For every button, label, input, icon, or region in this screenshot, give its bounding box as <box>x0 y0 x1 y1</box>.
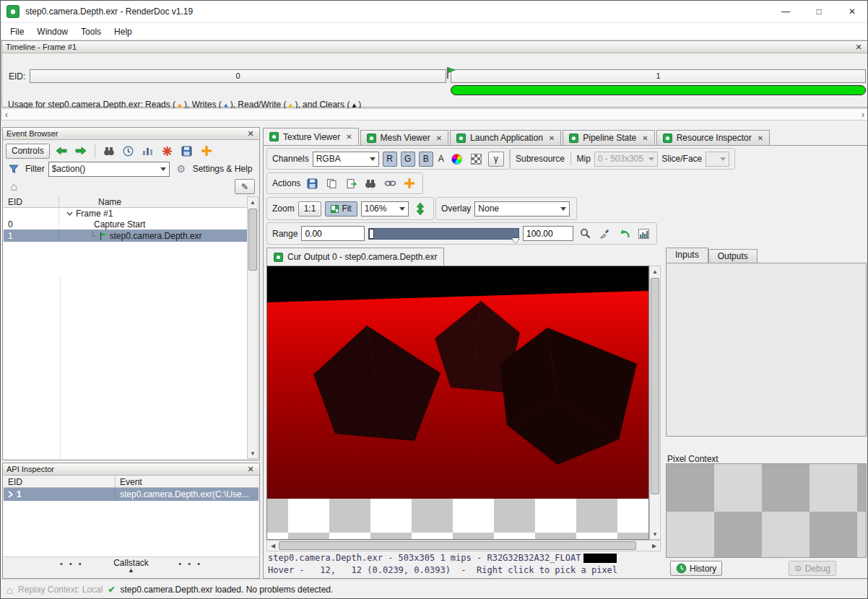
controls-button[interactable]: Controls <box>6 144 50 159</box>
find-event-icon[interactable] <box>101 143 117 159</box>
channels-combo[interactable]: RGBA <box>313 152 379 167</box>
zoom-combo[interactable]: 106% <box>361 201 409 217</box>
fit-button[interactable]: Fit <box>325 201 357 217</box>
pixel-context-view[interactable] <box>666 463 867 558</box>
open-texture-icon[interactable] <box>343 175 359 191</box>
step-back-icon[interactable] <box>53 143 69 159</box>
link-icon[interactable] <box>382 175 398 191</box>
tab-pipeline-state[interactable]: Pipeline State ✕ <box>563 130 654 145</box>
tab-texture-viewer[interactable]: Texture Viewer ✕ <box>263 128 359 145</box>
edit-filter-button[interactable]: ✎ <box>235 179 255 194</box>
maximize-button[interactable]: □ <box>802 1 836 23</box>
filter-funnel-icon[interactable] <box>6 161 22 177</box>
timeline-progress-bar[interactable] <box>451 85 866 95</box>
add-bookmark-icon[interactable] <box>199 143 214 159</box>
timeline-clock-icon[interactable] <box>121 143 136 159</box>
expand-arrow-icon[interactable] <box>8 491 13 498</box>
close-tab-icon[interactable]: ✕ <box>549 134 555 142</box>
settings-gear-icon[interactable]: ⚙ <box>173 161 189 177</box>
tab-resource-inspector[interactable]: Resource Inspector ✕ <box>656 130 770 145</box>
scroll-right-icon[interactable]: ▶ <box>649 541 659 551</box>
alpha-channel-label[interactable]: A <box>438 154 444 164</box>
inputs-list[interactable] <box>666 263 867 437</box>
red-channel-button[interactable]: R <box>383 152 397 167</box>
current-event-flag-icon[interactable] <box>446 66 456 79</box>
tab-mesh-viewer[interactable]: Mesh Viewer ✕ <box>360 130 449 145</box>
autofit-eyedropper-icon[interactable] <box>596 226 612 242</box>
green-channel-button[interactable]: G <box>401 152 415 167</box>
step-forward-icon[interactable] <box>73 143 89 159</box>
overlay-combo[interactable]: None <box>474 201 570 217</box>
column-name[interactable]: Name <box>59 196 247 207</box>
scroll-up-icon[interactable]: ▲ <box>248 197 258 207</box>
color-wheel-icon[interactable] <box>449 151 465 167</box>
tab-outputs[interactable]: Outputs <box>708 249 758 263</box>
range-slider[interactable] <box>368 228 519 240</box>
scrollbar-thumb[interactable] <box>248 209 257 271</box>
close-tab-icon[interactable]: ✕ <box>642 134 648 142</box>
timeline-section-left[interactable]: 0 <box>30 69 446 83</box>
column-event[interactable]: Event <box>116 476 259 487</box>
close-button[interactable]: ✕ <box>836 1 868 23</box>
menu-file[interactable]: File <box>4 25 30 39</box>
column-eid[interactable]: EID <box>4 476 116 487</box>
range-min-input[interactable] <box>301 226 365 241</box>
tab-launch-application[interactable]: Launch Application ✕ <box>450 130 561 145</box>
mip-combo[interactable]: 0 - 503x305 <box>594 152 658 167</box>
add-custom-icon[interactable] <box>402 175 417 191</box>
texture-horizontal-scrollbar[interactable]: ◀ ▶ <box>266 540 661 551</box>
scroll-up-icon[interactable]: ▲ <box>650 266 660 276</box>
event-browser-scrollbar[interactable]: ▲ ▼ <box>247 196 259 459</box>
zoom-1to1-button[interactable]: 1:1 <box>298 201 322 217</box>
scroll-right-icon[interactable]: › <box>862 110 864 120</box>
range-max-input[interactable] <box>523 226 573 241</box>
slice-face-combo[interactable] <box>706 152 729 167</box>
event-row-selected[interactable]: 1 └ step0.camera.Depth.exr <box>4 229 247 242</box>
close-tab-icon[interactable]: ✕ <box>436 134 442 142</box>
close-tab-icon[interactable]: ✕ <box>346 133 352 141</box>
close-tab-icon[interactable]: ✕ <box>758 134 763 142</box>
reset-range-icon[interactable] <box>616 226 632 242</box>
menu-window[interactable]: Window <box>30 25 74 39</box>
api-inspector-close-icon[interactable]: ✕ <box>246 465 256 474</box>
scroll-down-icon[interactable]: ▼ <box>650 529 660 539</box>
menu-tools[interactable]: Tools <box>74 25 108 39</box>
settings-help-link[interactable]: Settings & Help <box>193 164 253 174</box>
range-white-handle[interactable] <box>512 238 519 243</box>
tab-inputs[interactable]: Inputs <box>666 248 708 263</box>
timeline-section-right[interactable]: 1 <box>451 69 866 83</box>
scroll-down-icon[interactable]: ▼ <box>248 448 258 458</box>
scrollbar-thumb[interactable] <box>651 278 659 494</box>
filter-combo[interactable]: $action() <box>48 162 170 177</box>
goto-resource-icon[interactable] <box>363 175 378 191</box>
statistics-icon[interactable] <box>140 143 156 159</box>
scrollbar-thumb[interactable] <box>279 541 636 550</box>
range-black-handle[interactable] <box>369 229 374 239</box>
output-texture-tab[interactable]: Cur Output 0 - step0.camera.Depth.exr <box>266 248 444 266</box>
timeline-scrollbar[interactable]: ‹ › <box>1 108 868 121</box>
histogram-icon[interactable] <box>635 226 651 242</box>
debug-button[interactable]: ⚙ Debug <box>789 561 836 576</box>
scroll-left-icon[interactable]: ◀ <box>268 541 278 551</box>
history-button[interactable]: History <box>670 561 722 576</box>
scroll-left-icon[interactable]: ‹ <box>5 110 8 120</box>
timeline-close-icon[interactable]: ✕ <box>854 43 864 52</box>
texture-vertical-scrollbar[interactable]: ▲ ▼ <box>649 266 661 540</box>
event-browser-close-icon[interactable]: ✕ <box>246 129 256 139</box>
flip-vertical-icon[interactable] <box>412 201 428 217</box>
event-row-frame[interactable]: Frame #1 <box>4 208 247 219</box>
api-row-selected[interactable]: 1 step0.camera.Depth.exr(C:\Use... <box>4 488 259 501</box>
zoom-range-icon[interactable] <box>577 226 593 242</box>
home-icon[interactable]: ⌂ <box>6 179 22 195</box>
texture-display[interactable] <box>266 266 649 540</box>
column-eid[interactable]: EID <box>4 196 59 207</box>
chevron-expanded-icon[interactable] <box>66 211 73 216</box>
blue-channel-button[interactable]: B <box>419 152 433 167</box>
alpha-checkerboard-icon[interactable] <box>469 151 485 167</box>
bookmark-star-icon[interactable] <box>160 143 175 159</box>
expand-callstack-icon[interactable]: ▲ <box>4 567 259 574</box>
save-events-icon[interactable] <box>179 143 195 159</box>
menu-help[interactable]: Help <box>108 25 139 39</box>
minimize-button[interactable]: — <box>769 1 802 23</box>
gamma-button[interactable]: γ <box>488 152 504 167</box>
